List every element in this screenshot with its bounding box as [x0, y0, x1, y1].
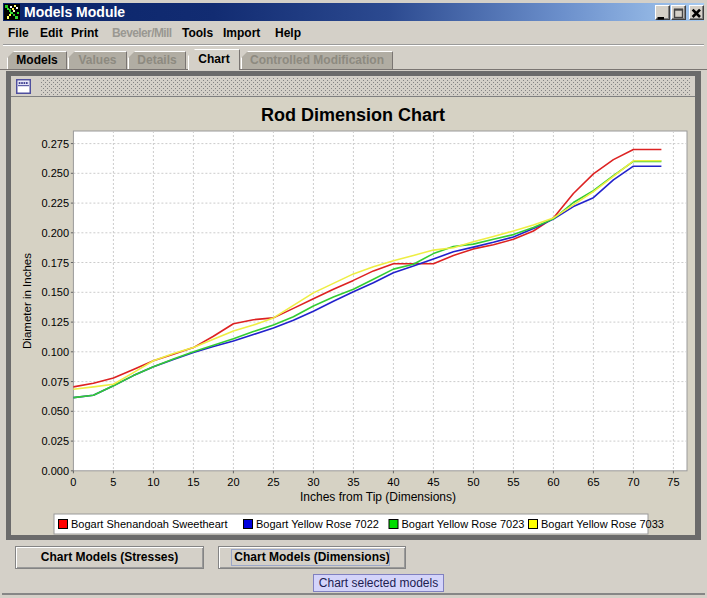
- svg-text:0.250: 0.250: [41, 167, 69, 179]
- svg-text:Bogart Yellow Rose 7033: Bogart Yellow Rose 7033: [541, 518, 664, 530]
- svg-text:Inches from Tip (Dimensions): Inches from Tip (Dimensions): [300, 490, 456, 504]
- svg-text:15: 15: [187, 476, 199, 488]
- svg-text:0.200: 0.200: [41, 227, 69, 239]
- svg-text:60: 60: [547, 476, 559, 488]
- svg-text:0.175: 0.175: [41, 257, 69, 269]
- svg-text:35: 35: [347, 476, 359, 488]
- svg-text:30: 30: [307, 476, 319, 488]
- svg-text:0.075: 0.075: [41, 376, 69, 388]
- svg-text:Rod Dimension Chart: Rod Dimension Chart: [261, 105, 445, 125]
- svg-text:75: 75: [667, 476, 679, 488]
- svg-text:0.125: 0.125: [41, 316, 69, 328]
- svg-text:20: 20: [227, 476, 239, 488]
- svg-text:10: 10: [147, 476, 159, 488]
- svg-text:Bogart Yellow Rose 7022: Bogart Yellow Rose 7022: [256, 518, 379, 530]
- svg-text:0.025: 0.025: [41, 435, 69, 447]
- svg-text:40: 40: [387, 476, 399, 488]
- svg-text:Bogart Shenandoah Sweetheart: Bogart Shenandoah Sweetheart: [71, 518, 228, 530]
- svg-text:0.100: 0.100: [41, 346, 69, 358]
- svg-text:Diameter in Inches: Diameter in Inches: [21, 253, 33, 349]
- svg-text:25: 25: [267, 476, 279, 488]
- svg-text:45: 45: [427, 476, 439, 488]
- svg-text:0.150: 0.150: [41, 286, 69, 298]
- svg-text:55: 55: [507, 476, 519, 488]
- svg-text:65: 65: [587, 476, 599, 488]
- svg-text:5: 5: [110, 476, 116, 488]
- svg-text:70: 70: [627, 476, 639, 488]
- svg-text:0.000: 0.000: [41, 465, 69, 477]
- svg-text:0.225: 0.225: [41, 197, 69, 209]
- svg-text:Bogart Yellow Rose 7023: Bogart Yellow Rose 7023: [402, 518, 525, 530]
- svg-text:0.050: 0.050: [41, 405, 69, 417]
- svg-text:50: 50: [467, 476, 479, 488]
- svg-text:0: 0: [70, 476, 76, 488]
- svg-text:0.275: 0.275: [41, 138, 69, 150]
